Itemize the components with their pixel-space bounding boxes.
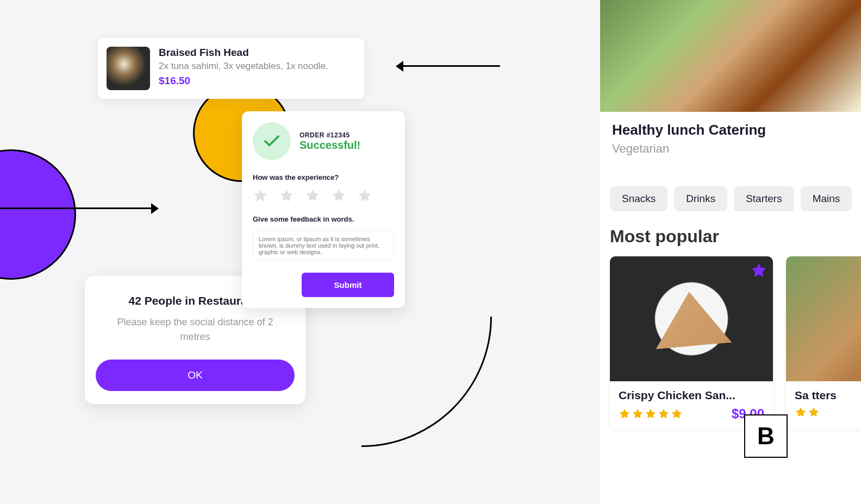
product-image bbox=[786, 256, 861, 381]
rating-star-3[interactable] bbox=[305, 188, 320, 203]
star-icon bbox=[632, 408, 644, 420]
product-name: Sa tters bbox=[795, 389, 861, 402]
product-rating bbox=[795, 406, 820, 418]
tab-snacks[interactable]: Snacks bbox=[610, 186, 667, 211]
product-name: Crispy Chicken San... bbox=[619, 389, 764, 402]
arrow-right-icon bbox=[0, 207, 158, 209]
favorite-star-icon[interactable] bbox=[750, 262, 768, 279]
food-item-title: Braised Fish Head bbox=[159, 47, 355, 59]
alert-message: Please keep the social distance of 2 met… bbox=[96, 315, 295, 344]
product-card[interactable]: Crispy Chicken San... $9.00 bbox=[610, 256, 773, 429]
product-image bbox=[610, 256, 773, 381]
submit-button[interactable]: Submit bbox=[302, 273, 394, 297]
star-icon bbox=[658, 408, 670, 420]
decorative-purple-circle bbox=[0, 149, 76, 280]
star-icon bbox=[671, 408, 683, 420]
experience-question-label: How was the experience? bbox=[253, 173, 394, 181]
success-check-icon bbox=[253, 122, 291, 160]
food-item-info: Braised Fish Head 2x tuna sahimi, 3x veg… bbox=[159, 47, 355, 90]
success-status-text: Successful! bbox=[300, 139, 360, 152]
rating-star-4[interactable] bbox=[331, 188, 346, 203]
rating-star-2[interactable] bbox=[279, 188, 294, 203]
feedback-header: ORDER #12345 Successful! bbox=[253, 122, 394, 160]
food-item-description: 2x tuna sahimi, 3x vegetables, 1x noodle… bbox=[159, 61, 355, 72]
rating-star-5[interactable] bbox=[357, 188, 372, 203]
product-info: Sa tters bbox=[786, 381, 861, 426]
feedback-card: ORDER #12345 Successful! How was the exp… bbox=[242, 111, 405, 308]
rating-stars-input bbox=[253, 188, 394, 203]
order-number-label: ORDER #12345 bbox=[300, 131, 360, 139]
product-rating bbox=[619, 408, 683, 420]
star-icon bbox=[808, 406, 820, 418]
restaurant-panel: Healthy lunch Catering Vegetarian Snacks… bbox=[600, 0, 861, 504]
brand-logo-badge: B bbox=[744, 414, 788, 458]
restaurant-info: Healthy lunch Catering Vegetarian bbox=[600, 112, 861, 169]
food-item-card[interactable]: Braised Fish Head 2x tuna sahimi, 3x veg… bbox=[98, 38, 364, 99]
section-title-popular: Most popular bbox=[600, 211, 861, 256]
rating-star-1[interactable] bbox=[253, 188, 268, 203]
feedback-textarea[interactable] bbox=[253, 230, 394, 260]
tab-drinks[interactable]: Drinks bbox=[674, 186, 727, 211]
feedback-text-label: Give some feedback in words. bbox=[253, 215, 394, 223]
restaurant-title: Healthy lunch Catering bbox=[612, 122, 849, 138]
ok-button[interactable]: OK bbox=[96, 360, 295, 391]
food-item-price: $16.50 bbox=[159, 75, 355, 87]
tab-mains[interactable]: Mains bbox=[801, 186, 852, 211]
star-icon bbox=[645, 408, 657, 420]
star-icon bbox=[795, 406, 807, 418]
category-tabs: Snacks Drinks Starters Mains bbox=[600, 186, 861, 211]
tab-starters[interactable]: Starters bbox=[734, 186, 794, 211]
decorative-quarter-shape bbox=[361, 317, 492, 447]
restaurant-hero-image bbox=[600, 0, 861, 112]
restaurant-subtitle: Vegetarian bbox=[612, 142, 849, 156]
products-row: Crispy Chicken San... $9.00 Sa tters bbox=[600, 256, 861, 429]
food-item-image bbox=[107, 47, 150, 90]
product-card[interactable]: Sa tters bbox=[786, 256, 861, 429]
star-icon bbox=[619, 408, 631, 420]
arrow-left-icon bbox=[397, 65, 500, 67]
